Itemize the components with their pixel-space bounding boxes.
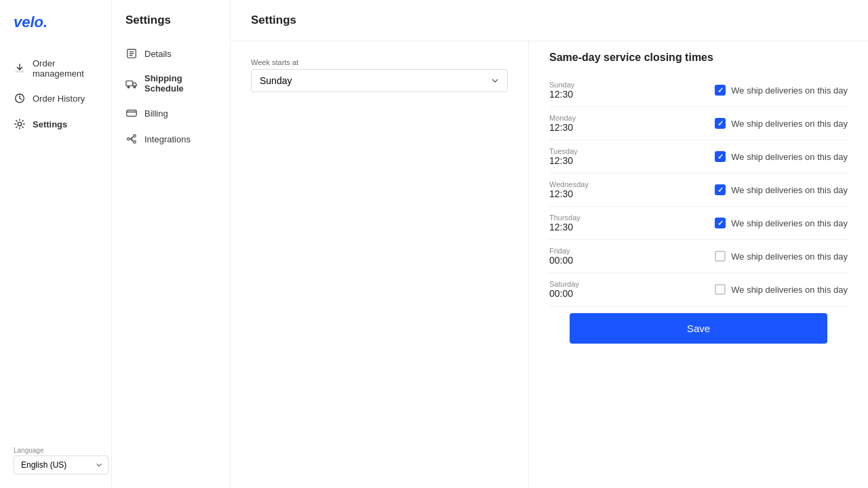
- sidebar-item-order-management[interactable]: Order management: [0, 52, 111, 85]
- day-row: Monday12:30We ship deliveries on this da…: [549, 107, 848, 140]
- sidebar-item-settings[interactable]: Settings: [0, 111, 111, 137]
- day-checkbox-saturday[interactable]: [715, 284, 726, 295]
- day-checkbox-label: We ship deliveries on this day: [731, 285, 848, 295]
- day-checkbox-tuesday[interactable]: [715, 151, 726, 162]
- week-starts-label: Week starts at: [251, 58, 508, 66]
- days-container: Sunday12:30We ship deliveries on this da…: [549, 74, 848, 306]
- submenu-label-details: Details: [144, 49, 172, 59]
- day-row: Saturday00:00We ship deliveries on this …: [549, 273, 848, 306]
- gear-icon: [14, 118, 26, 130]
- day-checkbox-sunday[interactable]: [715, 85, 726, 96]
- logo: velo.: [0, 14, 111, 52]
- day-name: Friday: [549, 247, 617, 255]
- day-row: Sunday12:30We ship deliveries on this da…: [549, 74, 848, 107]
- save-bar: Save: [549, 306, 848, 357]
- save-button[interactable]: Save: [570, 313, 827, 344]
- day-row: Thursday12:30We ship deliveries on this …: [549, 207, 848, 240]
- day-time: 12:30: [549, 122, 617, 133]
- svg-point-10: [134, 141, 136, 144]
- svg-point-2: [18, 122, 21, 125]
- download-icon: [14, 62, 26, 75]
- submenu-item-billing[interactable]: Billing: [112, 100, 230, 126]
- main-nav: Order management Order History Settings: [0, 52, 111, 137]
- submenu-item-details[interactable]: Details: [112, 41, 230, 66]
- day-time: 00:00: [549, 288, 617, 299]
- svg-rect-4: [126, 81, 133, 85]
- day-name: Thursday: [549, 214, 617, 222]
- day-row: Wednesday12:30We ship deliveries on this…: [549, 174, 848, 207]
- day-name: Saturday: [549, 280, 617, 288]
- day-checkbox-monday[interactable]: [715, 118, 726, 129]
- day-name: Sunday: [549, 81, 617, 89]
- sidebar-label-settings: Settings: [33, 119, 67, 129]
- svg-point-9: [134, 135, 136, 138]
- day-time: 12:30: [549, 89, 617, 100]
- same-day-title: Same-day service closing times: [549, 52, 848, 64]
- svg-rect-0: [16, 70, 24, 73]
- day-time: 12:30: [549, 155, 617, 166]
- truck-icon: [125, 77, 138, 89]
- submenu-item-integrations[interactable]: Integrations: [112, 126, 230, 152]
- history-icon: [14, 92, 26, 104]
- language-select[interactable]: English (US): [14, 455, 108, 474]
- submenu-title: Settings: [112, 14, 230, 41]
- day-time: 12:30: [549, 222, 617, 232]
- day-checkbox-label: We ship deliveries on this day: [731, 185, 848, 195]
- same-day-panel: Same-day service closing times Sunday12:…: [529, 41, 868, 488]
- submenu-label-billing: Billing: [144, 108, 168, 119]
- day-checkbox-label: We ship deliveries on this day: [731, 218, 848, 228]
- sidebar-label-order-history: Order History: [33, 94, 85, 104]
- sidebar-label-order-management: Order management: [33, 58, 98, 79]
- week-starts-panel: Week starts at Sunday Monday Tuesday: [231, 41, 529, 488]
- card-icon: [125, 107, 138, 119]
- submenu-label-integrations: Integrations: [144, 134, 191, 144]
- main-header: Settings: [231, 0, 868, 41]
- day-row: Tuesday12:30We ship deliveries on this d…: [549, 140, 848, 174]
- settings-submenu: Settings Details Shipping Schedule: [112, 0, 231, 488]
- language-label: Language: [14, 447, 98, 454]
- svg-rect-7: [127, 110, 136, 117]
- day-name: Monday: [549, 114, 617, 122]
- week-starts-select[interactable]: Sunday Monday Tuesday: [251, 69, 508, 92]
- sidebar-footer: Language English (US): [0, 447, 111, 474]
- page-title: Settings: [251, 14, 848, 27]
- day-row: Friday00:00We ship deliveries on this da…: [549, 240, 848, 273]
- day-checkbox-friday[interactable]: [715, 251, 726, 262]
- brand-name: velo.: [14, 14, 47, 30]
- day-checkbox-wednesday[interactable]: [715, 184, 726, 195]
- day-time: 12:30: [549, 188, 617, 199]
- day-checkbox-label: We ship deliveries on this day: [731, 251, 848, 262]
- day-time: 00:00: [549, 255, 617, 266]
- day-checkbox-label: We ship deliveries on this day: [731, 119, 848, 129]
- day-name: Tuesday: [549, 147, 617, 155]
- day-checkbox-label: We ship deliveries on this day: [731, 85, 848, 96]
- details-icon: [125, 47, 138, 60]
- svg-point-6: [134, 86, 136, 88]
- submenu-label-shipping-schedule: Shipping Schedule: [144, 73, 216, 94]
- svg-point-8: [127, 138, 130, 140]
- sidebar-item-order-history[interactable]: Order History: [0, 85, 111, 111]
- day-name: Wednesday: [549, 180, 617, 188]
- svg-point-5: [127, 86, 130, 88]
- day-checkbox-label: We ship deliveries on this day: [731, 152, 848, 162]
- integrations-icon: [125, 133, 138, 145]
- day-checkbox-thursday[interactable]: [715, 218, 726, 228]
- submenu-item-shipping-schedule[interactable]: Shipping Schedule: [112, 66, 230, 100]
